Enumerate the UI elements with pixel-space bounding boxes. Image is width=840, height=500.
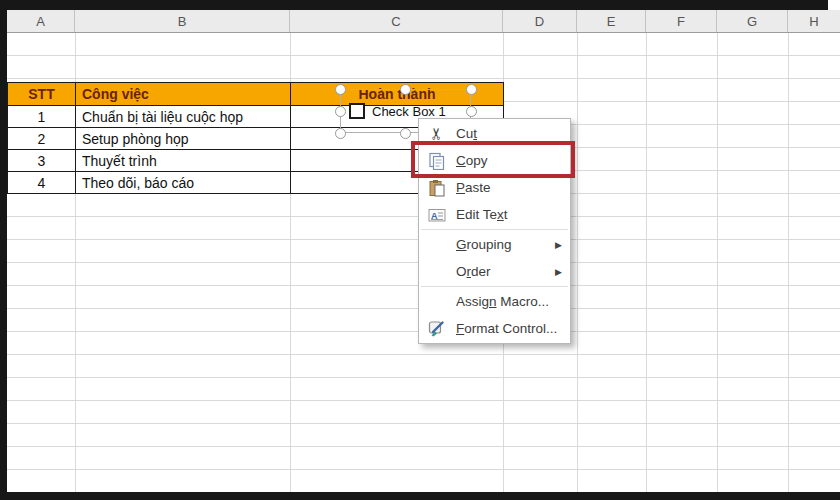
column-header-d[interactable]: D — [503, 10, 577, 32]
menu-separator — [421, 286, 568, 287]
menu-item-grouping[interactable]: Grouping ▶ — [419, 231, 570, 258]
frame-bottom — [0, 492, 840, 500]
edit-text-icon: A — [424, 206, 450, 224]
menu-item-assign-macro[interactable]: Assign Macro... — [419, 288, 570, 315]
cell-stt[interactable]: 4 — [8, 172, 76, 194]
format-control-icon — [424, 320, 450, 338]
menu-item-paste[interactable]: Paste — [419, 174, 570, 201]
cell-task[interactable]: Theo dõi, báo cáo — [76, 172, 291, 194]
selection-handle[interactable] — [335, 84, 346, 95]
cell-stt[interactable]: 1 — [8, 106, 76, 128]
gridline-e-f — [646, 33, 647, 492]
excel-sheet-screenshot: A B C D E F G H STT Công việc Hoàn thành… — [0, 0, 840, 500]
gridline-f-g — [717, 33, 718, 492]
column-header-f[interactable]: F — [646, 10, 717, 32]
cell-stt[interactable]: 3 — [8, 150, 76, 172]
frame-left — [0, 0, 7, 500]
frame-top — [0, 0, 828, 10]
column-header-b[interactable]: B — [75, 10, 290, 32]
column-header-e[interactable]: E — [577, 10, 646, 32]
cell-task[interactable]: Thuyết trình — [76, 150, 291, 172]
selection-handle[interactable] — [335, 128, 346, 139]
submenu-arrow-icon: ▶ — [555, 267, 562, 277]
copy-highlight-annotation — [411, 141, 575, 178]
header-cell-stt[interactable]: STT — [8, 83, 76, 106]
menu-item-format-control[interactable]: Format Control... — [419, 315, 570, 342]
column-header-g[interactable]: G — [717, 10, 788, 32]
column-header-c[interactable]: C — [290, 10, 503, 32]
header-cell-task[interactable]: Công việc — [76, 83, 291, 106]
checkbox[interactable] — [349, 103, 365, 119]
selection-handle[interactable] — [466, 106, 477, 117]
column-header-h[interactable]: H — [788, 10, 840, 32]
paste-icon — [424, 179, 450, 197]
submenu-arrow-icon: ▶ — [555, 240, 562, 250]
checkbox-label[interactable]: Check Box 1 — [372, 104, 446, 119]
cell-task[interactable]: Chuẩn bị tài liệu cuộc họp — [76, 106, 291, 128]
menu-separator — [421, 229, 568, 230]
column-header-row: A B C D E F G H — [7, 10, 840, 33]
cell-stt[interactable]: 2 — [8, 128, 76, 150]
selection-handle[interactable] — [335, 106, 346, 117]
menu-item-edit-text[interactable]: A Edit Text — [419, 201, 570, 228]
selection-handle[interactable] — [466, 84, 477, 95]
gridline-d-e — [577, 33, 578, 492]
column-header-a[interactable]: A — [7, 10, 75, 32]
cell-task[interactable]: Setup phòng họp — [76, 128, 291, 150]
selection-handle[interactable] — [400, 128, 411, 139]
selection-handle[interactable] — [400, 84, 411, 95]
gridline-g-h — [788, 33, 789, 492]
menu-item-order[interactable]: Order ▶ — [419, 258, 570, 285]
